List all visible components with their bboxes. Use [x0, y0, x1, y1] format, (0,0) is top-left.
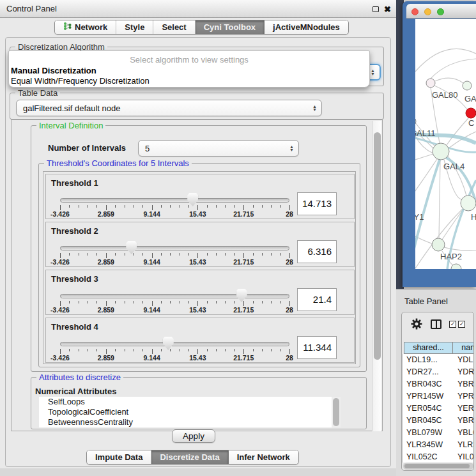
network-edge[interactable] [442, 208, 464, 240]
network-edge[interactable] [415, 154, 433, 160]
network-node[interactable] [432, 238, 445, 251]
table-data-group: Table Data galFiltered.sif default node … [10, 93, 384, 119]
cell-name[interactable]: YLR3 [457, 439, 474, 451]
network-node[interactable] [463, 81, 472, 90]
cell-name[interactable]: YPR1 [457, 390, 474, 403]
tab-infer-network[interactable]: Infer Network [229, 450, 298, 464]
scrollbar-thumb[interactable] [333, 398, 339, 426]
cell-name[interactable]: YDR2 [457, 366, 474, 378]
tab-style[interactable]: Style [116, 20, 153, 34]
table-horizontal-scrollbar[interactable] [403, 463, 473, 470]
network-node[interactable] [415, 116, 416, 127]
tick-mark [289, 301, 290, 306]
scrollbar-thumb[interactable] [404, 464, 470, 468]
list-vertical-scrollbar[interactable] [332, 397, 341, 427]
tab-select[interactable]: Select [153, 20, 195, 34]
table-row[interactable]: YDL19...YDL1 [403, 354, 474, 366]
network-graph[interactable]: GAL80GACGAL11GAL4HGCY1HAP2 [415, 19, 476, 269]
table-data-combobox[interactable]: galFiltered.sif default node ▲▼ [16, 100, 322, 116]
table-row[interactable]: YDR27...YDR2 [403, 366, 474, 378]
cell-name[interactable]: YDL1 [457, 354, 474, 366]
table-row[interactable]: YBR043CYBR0 [403, 378, 474, 390]
slider-thumb[interactable] [236, 289, 247, 302]
slider-track[interactable] [60, 198, 289, 203]
zoom-traffic-light-icon[interactable] [437, 8, 444, 15]
cell-name[interactable]: YBR0 [457, 378, 474, 390]
algorithm-option-manual[interactable]: Manual Discretization [10, 66, 367, 75]
gear-icon[interactable] [411, 318, 422, 330]
cell-shared-name[interactable]: YBL079W [406, 427, 442, 439]
network-node[interactable] [426, 79, 435, 88]
cell-name[interactable]: YBL0 [457, 427, 474, 439]
network-edge[interactable] [439, 160, 440, 238]
tab-discretize-data[interactable]: Discretize Data [151, 450, 228, 464]
minimize-traffic-light-icon[interactable] [424, 8, 431, 15]
scrollbar-thumb[interactable] [374, 132, 381, 360]
slider-thumb[interactable] [126, 241, 137, 254]
column-header-shared[interactable]: shared... [404, 342, 453, 354]
network-node[interactable] [466, 108, 476, 118]
network-window-titlebar[interactable] [406, 4, 476, 19]
cell-shared-name[interactable]: YDL19... [406, 354, 438, 366]
cell-shared-name[interactable]: YBR045C [406, 415, 442, 427]
slider-thumb[interactable] [187, 193, 198, 206]
attribute-list-item[interactable]: SelfLoops [39, 397, 341, 407]
cell-name[interactable]: YBR0 [457, 415, 474, 427]
network-canvas[interactable]: GAL80GACGAL11GAL4HGCY1HAP2 [415, 19, 476, 269]
cell-shared-name[interactable]: YBR043C [406, 378, 442, 390]
column-header-name[interactable]: name [452, 342, 474, 354]
table-row[interactable]: YBR045CYBR0 [403, 415, 474, 427]
split-columns-icon[interactable] [431, 319, 441, 329]
numerical-attributes-list[interactable]: SelfLoopsTopologicalCoefficientBetweenne… [39, 397, 341, 427]
network-edge[interactable] [447, 118, 468, 145]
cell-shared-name[interactable]: YER054C [406, 403, 442, 415]
attribute-list-item[interactable]: BetweennessCentrality [39, 417, 341, 427]
number-of-intervals-combobox[interactable]: 5 ▲▼ [138, 140, 299, 157]
settings-vertical-scrollbar[interactable] [372, 121, 381, 431]
tick-mark [69, 205, 70, 208]
algorithm-option-equal-width[interactable]: Equal Width/Frequency Discretization [10, 76, 367, 86]
close-traffic-light-icon[interactable] [411, 8, 418, 15]
table-row[interactable]: YLR345WYLR3 [403, 439, 474, 451]
axis-labels: -3.4262.8599.14415.4321.71528 [60, 354, 289, 362]
table-row[interactable]: YPR145WYPR1 [403, 390, 474, 403]
attribute-list-item[interactable]: TopologicalCoefficient [39, 407, 341, 417]
table-row[interactable]: YER054CYER0 [403, 403, 474, 415]
tab-jactivemnodules[interactable]: jActiveMNodules [265, 20, 348, 34]
cell-shared-name[interactable]: YDR27... [406, 366, 439, 378]
slider-thumb[interactable] [163, 337, 174, 350]
network-edge[interactable] [435, 78, 463, 83]
network-node[interactable] [461, 196, 476, 211]
cell-shared-name[interactable]: YPR145W [406, 390, 443, 403]
tab-cyni-toolbox[interactable]: Cyni Toolbox [196, 20, 265, 34]
tab-impute-data[interactable]: Impute Data [87, 450, 151, 464]
threshold-value-field[interactable]: 6.316 [297, 240, 337, 263]
tab-network[interactable]: Network [55, 20, 116, 34]
threshold-value-field[interactable]: 21.4 [297, 288, 337, 311]
node-label: GCY1 [415, 212, 424, 222]
threshold-value-field[interactable]: 11.344 [297, 336, 337, 359]
cell-shared-name[interactable]: YLR345W [406, 439, 443, 451]
close-icon[interactable]: ✖ [384, 5, 391, 13]
cell-shared-name[interactable]: YIL052C [406, 451, 438, 463]
network-node[interactable] [433, 143, 449, 160]
checkbox-icon[interactable]: ✓ [449, 321, 456, 328]
tick-mark [271, 301, 272, 303]
cell-name[interactable]: YIL0 [457, 451, 474, 463]
threshold-value-field[interactable]: 14.713 [297, 192, 337, 215]
network-edge[interactable] [415, 236, 476, 250]
tick-mark [253, 349, 254, 351]
table-row[interactable]: YIL052CYIL0 [403, 451, 474, 463]
slider-track[interactable] [60, 294, 289, 298]
table-row[interactable]: YBL079WYBL0 [403, 427, 474, 439]
network-edge[interactable] [431, 59, 476, 79]
checkbox-icon[interactable]: ✓ [458, 321, 465, 328]
slider-track[interactable] [60, 246, 289, 250]
slider-track[interactable] [60, 342, 289, 346]
axis-labels: -3.4262.8599.14415.4321.71528 [60, 258, 289, 266]
float-window-icon[interactable] [372, 6, 379, 12]
apply-button[interactable]: Apply [172, 429, 215, 443]
cell-name[interactable]: YER0 [457, 403, 474, 415]
tick-mark [170, 205, 171, 208]
tick-mark [134, 205, 134, 208]
